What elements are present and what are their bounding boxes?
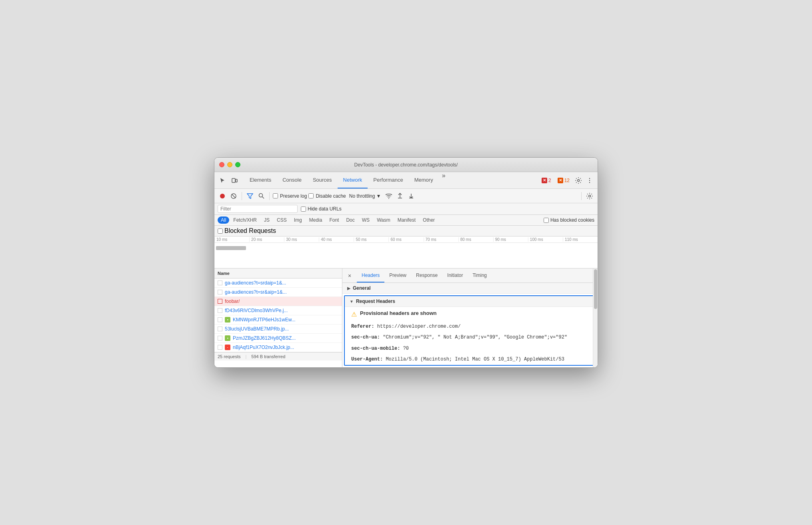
list-item[interactable]: 53luclsjUVBaBME7MPRb.jp... <box>214 325 342 334</box>
filter-button[interactable] <box>245 191 255 201</box>
ruler-mark-2: 30 ms <box>284 237 319 242</box>
maximize-button[interactable] <box>235 162 240 167</box>
ruler-mark-1: 20 ms <box>249 237 284 242</box>
file-checkbox[interactable] <box>218 308 222 313</box>
type-btn-other[interactable]: Other <box>420 216 438 224</box>
type-btn-doc[interactable]: Doc <box>343 216 358 224</box>
tab-sources[interactable]: Sources <box>307 172 338 188</box>
error-count: 2 <box>548 178 551 183</box>
disable-cache-checkbox[interactable] <box>308 193 314 198</box>
ruler-mark-5: 60 ms <box>388 237 423 242</box>
scrollbar-thumb[interactable] <box>594 269 597 309</box>
general-section-header[interactable]: ▶ General <box>342 283 598 294</box>
svg-line-10 <box>262 197 264 199</box>
type-btn-media[interactable]: Media <box>306 216 326 224</box>
file-checkbox[interactable] <box>218 290 222 295</box>
has-blocked-cookies-checkbox[interactable] <box>544 218 549 223</box>
details-tab-response[interactable]: Response <box>411 269 442 283</box>
transferred-size: 594 B transferred <box>251 354 285 359</box>
tab-network[interactable]: Network <box>338 172 368 188</box>
ruler-mark-8: 90 ms <box>493 237 528 242</box>
list-item[interactable]: ga-audiences?t=sr&aip=1&... <box>214 288 342 297</box>
wifi-icon[interactable] <box>384 191 394 201</box>
type-filter-right: Has blocked cookies <box>544 217 594 223</box>
type-btn-ws[interactable]: WS <box>359 216 373 224</box>
warning-badge[interactable]: ✕ 12 <box>555 177 572 184</box>
cursor-icon[interactable] <box>218 176 227 185</box>
svg-point-5 <box>589 182 590 182</box>
details-close-button[interactable]: × <box>346 272 354 280</box>
general-triangle-icon: ▶ <box>347 286 350 291</box>
record-button[interactable] <box>218 191 227 201</box>
type-btn-css[interactable]: CSS <box>274 216 290 224</box>
devtools-right-icons: ✕ 2 ✕ 12 <box>539 176 594 185</box>
error-badge[interactable]: ✕ 2 <box>539 177 554 184</box>
ruler-mark-4: 50 ms <box>354 237 388 242</box>
blocked-requests-checkbox[interactable] <box>218 228 223 234</box>
network-settings-icon[interactable] <box>585 191 594 201</box>
ruler-mark-7: 80 ms <box>458 237 493 242</box>
img-favicon: ▪ <box>225 317 230 323</box>
has-blocked-cookies-label[interactable]: Has blocked cookies <box>544 217 594 223</box>
details-tab-initiator[interactable]: Initiator <box>442 269 468 283</box>
type-btn-manifest[interactable]: Manifest <box>394 216 419 224</box>
file-checkbox[interactable] <box>218 336 222 341</box>
close-button[interactable] <box>219 162 224 167</box>
file-checkbox[interactable] <box>218 299 222 304</box>
preserve-log-checkbox[interactable] <box>273 193 278 198</box>
more-options-icon[interactable] <box>585 176 594 185</box>
upload-icon[interactable] <box>395 191 405 201</box>
scrollbar-track[interactable] <box>593 269 598 367</box>
settings-gear-icon[interactable] <box>574 176 583 185</box>
search-button[interactable] <box>256 191 266 201</box>
hide-data-urls-label[interactable]: Hide data URLs <box>301 206 342 212</box>
file-checkbox[interactable] <box>218 327 222 331</box>
throttle-select[interactable]: No throttling ▼ <box>348 192 383 200</box>
file-checkbox[interactable] <box>218 281 222 285</box>
list-item[interactable]: ga-audiences?t=srdaip=1&... <box>214 279 342 288</box>
details-tab-headers[interactable]: Headers <box>357 269 384 283</box>
more-tabs-icon[interactable]: » <box>439 172 449 188</box>
request-headers-triangle-icon: ▼ <box>350 299 354 304</box>
tab-console[interactable]: Console <box>277 172 307 188</box>
type-btn-fetch-xhr[interactable]: Fetch/XHR <box>230 216 260 224</box>
type-btn-wasm[interactable]: Wasm <box>374 216 394 224</box>
tab-performance[interactable]: Performance <box>368 172 408 188</box>
details-tab-timing[interactable]: Timing <box>468 269 492 283</box>
hide-data-urls-checkbox[interactable] <box>301 206 306 212</box>
tab-memory[interactable]: Memory <box>409 172 439 188</box>
blocked-requests-bar: Blocked Requests <box>214 226 598 236</box>
list-item-selected[interactable]: foobar/ <box>214 297 342 306</box>
svg-line-8 <box>232 194 236 198</box>
type-btn-js[interactable]: JS <box>261 216 273 224</box>
type-btn-img[interactable]: Img <box>291 216 305 224</box>
type-btn-all[interactable]: All <box>218 216 229 224</box>
device-toggle-icon[interactable] <box>230 176 239 185</box>
title-bar: DevTools - developer.chrome.com/tags/dev… <box>214 158 598 172</box>
file-list-header: Name <box>214 269 342 279</box>
tab-elements[interactable]: Elements <box>244 172 277 188</box>
timeline-area: 10 ms 20 ms 30 ms 40 ms 50 ms 60 ms 70 m… <box>214 236 598 269</box>
details-tab-preview[interactable]: Preview <box>384 269 411 283</box>
file-checkbox[interactable] <box>218 317 222 322</box>
file-name: KMNWpnRJTP6eHJs1wEw... <box>233 317 296 323</box>
filter-input[interactable] <box>220 206 295 212</box>
list-item[interactable]: ▪ KMNWpnRJTP6eHJs1wEw... <box>214 315 342 325</box>
minimize-button[interactable] <box>227 162 232 167</box>
list-item[interactable]: fD43v6RiVCDlmo3WhVPe.j... <box>214 306 342 315</box>
download-icon[interactable] <box>406 191 416 201</box>
request-headers-title[interactable]: ▼ Request Headers <box>345 296 595 307</box>
preserve-log-label[interactable]: Preserve log <box>273 193 307 199</box>
file-name: PzmJZBgZBJ612Hy8QBSZ... <box>233 335 296 341</box>
img-favicon: ▪ <box>225 335 230 341</box>
list-item[interactable]: - nBjAqf1PuX7O2nvJbJck.jp... <box>214 343 342 352</box>
svg-rect-0 <box>232 178 235 182</box>
type-btn-font[interactable]: Font <box>326 216 342 224</box>
disable-cache-label[interactable]: Disable cache <box>308 193 346 199</box>
traffic-lights <box>219 162 240 167</box>
filter-input-container[interactable] <box>218 205 298 213</box>
toolbar-separator-3 <box>581 192 582 200</box>
file-checkbox[interactable] <box>218 345 222 350</box>
block-url-button[interactable] <box>229 191 238 201</box>
list-item[interactable]: ▪ PzmJZBgZBJ612Hy8QBSZ... <box>214 334 342 343</box>
